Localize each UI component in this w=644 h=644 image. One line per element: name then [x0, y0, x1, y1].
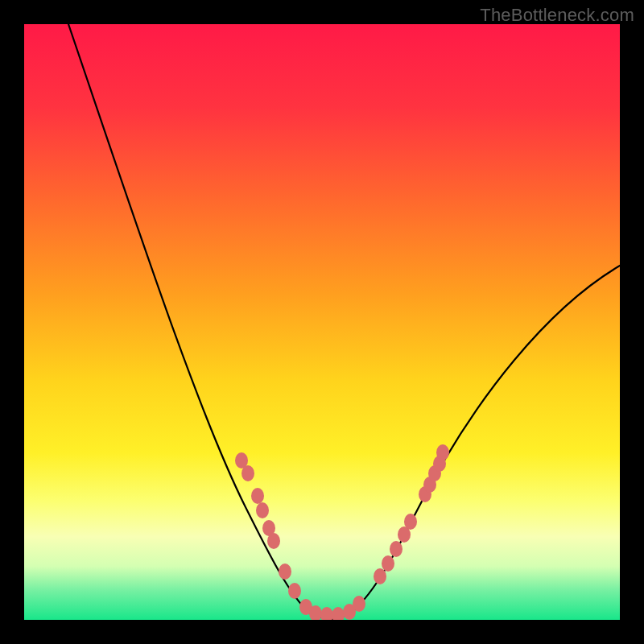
- watermark-text: TheBottleneck.com: [480, 5, 634, 26]
- series-left-curve: [68, 24, 330, 620]
- data-marker: [279, 564, 291, 580]
- data-marker: [251, 488, 264, 504]
- data-marker: [242, 465, 254, 481]
- data-marker: [374, 568, 386, 584]
- chart-frame: [24, 24, 620, 620]
- series-right-curve: [330, 266, 620, 620]
- data-marker: [320, 607, 333, 620]
- data-marker: [332, 607, 345, 620]
- data-marker: [256, 502, 269, 518]
- data-marker: [390, 541, 402, 557]
- data-marker: [288, 583, 301, 599]
- data-marker: [353, 596, 365, 612]
- data-marker: [382, 555, 394, 572]
- chart-curves-layer: [24, 24, 620, 620]
- data-marker: [404, 514, 417, 530]
- data-marker: [267, 533, 280, 549]
- data-marker: [436, 444, 449, 460]
